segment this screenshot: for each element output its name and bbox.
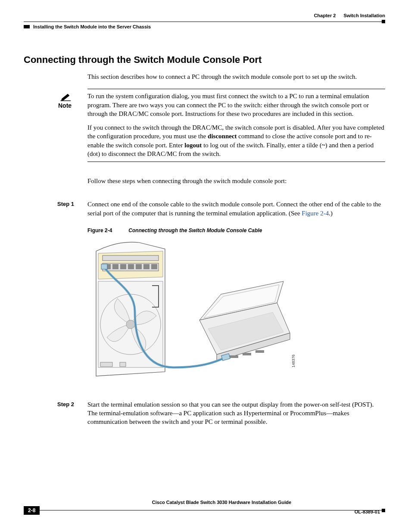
svg-rect-4 [112,264,118,269]
note-label: Note [58,102,72,109]
section-marker [24,25,30,28]
step-1-row: Step 1 Connect one end of the console ca… [57,200,385,392]
section-heading: Connecting through the Switch Module Con… [24,54,385,65]
svg-rect-5 [120,264,126,269]
svg-rect-16 [243,353,251,355]
document-number: OL-8389-01 [355,509,380,514]
page-number: 2-8 [24,506,40,515]
svg-rect-7 [136,264,142,269]
svg-rect-13 [100,362,112,367]
chapter-title: Switch Installation [343,13,385,18]
svg-rect-0 [60,100,71,101]
header-rule [24,20,385,23]
svg-rect-17 [255,350,264,353]
step-1-body: Connect one end of the console cable to … [87,200,385,392]
svg-point-12 [126,320,135,329]
note-body: To run the system configuration dialog, … [87,92,385,158]
figure-caption: Figure 2-4Connecting through the Switch … [87,227,385,234]
page-footer: Cisco Catalyst Blade Switch 3030 Hardwar… [24,500,385,515]
svg-rect-15 [230,355,238,358]
pencil-note-icon [60,92,72,101]
step-2-body: Start the terminal emulation session so … [87,400,385,426]
follow-paragraph: Follow these steps when connecting throu… [87,177,385,185]
figure-title: Connecting through the Switch Module Con… [128,227,262,233]
step-1-label: Step 1 [57,200,87,207]
svg-rect-1 [103,255,159,261]
note-paragraph-1: To run the system configuration dialog, … [87,92,385,118]
chapter-number: Chapter 2 [314,13,336,18]
console-cable-drawing-icon [87,238,294,380]
running-header: Chapter 2 Switch Installation [24,13,385,18]
figure-illustration: 148376 [87,238,294,380]
svg-rect-6 [128,264,134,269]
svg-rect-8 [143,264,149,269]
intro-paragraph: This section describes how to connect a … [87,72,385,81]
svg-rect-14 [120,362,126,367]
page: Chapter 2 Switch Installation Installing… [0,0,411,532]
note-block: Note To run the system configuration dia… [57,89,385,162]
footer-book-title: Cisco Catalyst Blade Switch 3030 Hardwar… [152,500,291,505]
step-2-label: Step 2 [57,400,87,408]
section-path-row: Installing the Switch Module into the Se… [24,24,385,29]
section-path-text: Installing the Switch Module into the Se… [33,24,151,29]
svg-rect-9 [151,264,157,269]
svg-rect-18 [101,264,107,269]
figure-id: 148376 [291,355,296,367]
step-2-row: Step 2 Start the terminal emulation sess… [57,400,385,426]
figure-link[interactable]: Figure 2-4 [302,210,329,217]
note-paragraph-2: If you connect to the switch through the… [87,123,385,158]
figure-number: Figure 2-4 [87,227,112,233]
